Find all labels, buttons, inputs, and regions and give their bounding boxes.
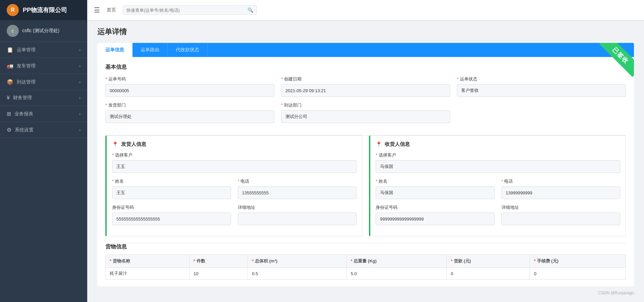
chevron-right-icon: › [79,80,80,84]
receiver-idcard-field: 身份证号码 [376,204,495,225]
report-icon: ⊞ [7,111,11,117]
receiver-address-input[interactable] [501,213,621,225]
receiver-row-1: 选择客户 [376,152,620,173]
receiver-select-customer-input[interactable] [376,160,620,173]
sender-name-field: 姓名 [112,178,231,199]
goods-col-volume: 总体积 (m³) [248,255,346,268]
sidebar-user: c csflc (测试分理处) [0,20,87,42]
sidebar-item-waybill[interactable]: 📋 运单管理 › [0,42,87,58]
goods-table: 货物名称 件数 总体积 (m³) 总重量 (Kg) 货款 (元) 手续费 (元)… [105,254,626,280]
sender-select-customer-input[interactable] [112,160,357,173]
goods-col-fee: 手续费 (元) [530,255,626,268]
arrival-dept-input[interactable] [281,110,450,123]
goods-table-body: 耗子尿汁 10 0.5 5.0 0 0 [106,268,626,280]
search-input[interactable] [126,8,248,13]
sidebar-item-label-arrival: 到达管理 [17,79,36,85]
sender-address-field: 详细地址 [238,204,357,225]
dispatch-icon: 🚛 [7,63,13,69]
tab-route[interactable]: 运单路由 [132,43,168,57]
arrival-dept-label: 到达部门 [281,102,450,108]
receiver-row-2: 姓名 电话 [376,178,620,199]
goods-weight-cell: 5.0 [346,268,447,280]
sender-card-title: 📍 发货人信息 [112,141,357,147]
tab-info[interactable]: 运单信息 [97,43,132,57]
sidebar-item-label-dispatch: 发车管理 [17,63,36,69]
sidebar-item-label-settings: 系统设置 [15,127,34,133]
sender-idcard-input[interactable] [112,213,231,225]
goods-title: 货物信息 [105,243,626,250]
goods-fee-cell: 0 [530,268,626,280]
sender-idcard-label: 身份证号码 [112,204,231,210]
user-name: csflc (测试分理处) [22,28,59,34]
sender-name-label: 姓名 [112,178,231,184]
home-link[interactable]: 首页 [107,7,116,13]
search-icon[interactable]: 🔍 [248,7,253,13]
sender-dept-input[interactable] [105,110,274,123]
goods-section: 货物信息 货物名称 件数 总体积 (m³) 总重量 (Kg) 货款 (元) 手续… [97,243,634,286]
sender-phone-input[interactable] [238,186,357,199]
receiver-row-3: 身份证号码 详细地址 [376,204,620,225]
sender-name-input[interactable] [112,186,231,199]
topbar: ☰ 首页 🔍 [87,0,644,20]
chevron-right-icon: › [79,48,80,52]
sidebar: R PP物流有限公司 c csflc (测试分理处) 📋 运单管理 › 🚛 发车… [0,0,87,302]
chevron-right-icon: › [79,112,80,116]
sidebar-menu: 📋 运单管理 › 🚛 发车管理 › 📦 到达管理 › ¥ 财务管理 › [0,42,87,302]
sender-card: 📍 发货人信息 选择客户 姓名 [105,135,362,236]
main-area: ☰ 首页 🔍 运单详情 运单信息 运单路由 代收款状态 已签收 基本信息 [87,0,644,302]
arrival-dept-field: 到达部门 [281,102,450,123]
menu-toggle-icon[interactable]: ☰ [94,6,100,14]
receiver-phone-input[interactable] [501,186,621,199]
goods-name-cell: 耗子尿汁 [106,268,190,280]
created-date-input[interactable] [281,84,450,97]
goods-price-cell: 0 [447,268,530,280]
sender-row-3: 身份证号码 详细地址 [112,204,357,225]
sidebar-item-label-waybill: 运单管理 [17,47,36,53]
watermark: CSDN @Runjavago... [598,291,637,295]
waybill-no-label: 运单号码 [105,76,274,82]
sender-idcard-field: 身份证号码 [112,204,231,225]
receiver-address-field: 详细地址 [501,204,621,225]
sidebar-item-settings[interactable]: ⚙ 系统设置 › [0,122,87,138]
sidebar-item-finance[interactable]: ¥ 财务管理 › [0,90,87,106]
created-date-label: 创建日期 [281,76,450,82]
info-cards: 📍 发货人信息 选择客户 姓名 [97,135,634,243]
settings-icon: ⚙ [7,127,11,133]
tabs-container: 运单信息 运单路由 代收款状态 已签收 基本信息 运单号码 创建日期 [97,43,634,286]
created-date-field: 创建日期 [281,76,450,97]
sidebar-item-arrival[interactable]: 📦 到达管理 › [0,74,87,90]
content: 运单详情 运单信息 运单路由 代收款状态 已签收 基本信息 运单号码 [87,20,644,302]
receiver-phone-field: 电话 [501,178,621,199]
sender-dept-label: 发货部门 [105,102,274,108]
sidebar-item-report[interactable]: ⊞ 业务报表 › [0,106,87,122]
receiver-name-field: 姓名 [376,178,495,199]
goods-table-head: 货物名称 件数 总体积 (m³) 总重量 (Kg) 货款 (元) 手续费 (元) [106,255,626,268]
sender-phone-label: 电话 [238,178,357,184]
sender-row-1: 选择客户 [112,152,357,173]
tabs-header: 运单信息 运单路由 代收款状态 [97,43,634,57]
goods-col-price: 货款 (元) [447,255,530,268]
waybill-status-input[interactable] [457,84,626,97]
tab-payment[interactable]: 代收款状态 [168,43,208,57]
sender-dept-field: 发货部门 [105,102,274,123]
receiver-idcard-label: 身份证号码 [376,204,495,210]
sender-select-customer-label: 选择客户 [112,152,357,158]
sidebar-item-dispatch[interactable]: 🚛 发车管理 › [0,58,87,74]
receiver-name-input[interactable] [376,186,495,199]
waybill-no-input[interactable] [105,84,274,97]
sender-phone-field: 电话 [238,178,357,199]
sender-address-input[interactable] [238,213,357,225]
chevron-right-icon: › [79,64,80,68]
app-name: PP物流有限公司 [23,6,67,14]
waybill-no-field: 运单号码 [105,76,274,97]
receiver-location-icon: 📍 [376,141,382,147]
goods-count-cell: 10 [190,268,248,280]
receiver-name-label: 姓名 [376,178,495,184]
goods-volume-cell: 0.5 [248,268,346,280]
basic-info-title: 基本信息 [105,64,626,71]
receiver-idcard-input[interactable] [376,213,495,225]
goods-col-name: 货物名称 [106,255,190,268]
sender-address-label: 详细地址 [238,204,357,210]
waybill-status-label: 运单状态 [457,76,626,82]
search-bar: 🔍 [123,5,257,15]
